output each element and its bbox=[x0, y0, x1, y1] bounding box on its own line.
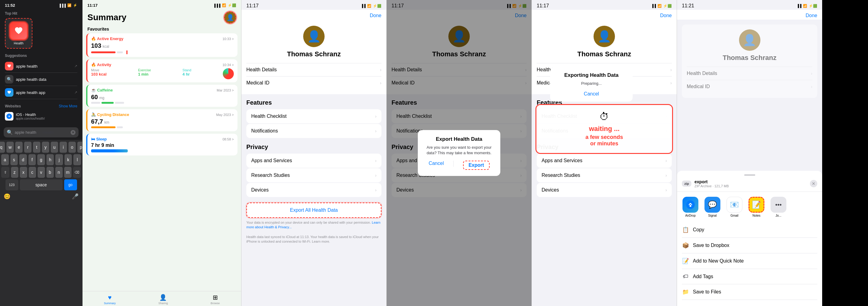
apps-services-3[interactable]: Apps and Services › bbox=[246, 154, 381, 168]
modal-export-4[interactable]: Export bbox=[463, 161, 490, 170]
status-bar-2: 11:17 ▐▐▐ 📶 ⚡🟩 bbox=[83, 0, 241, 9]
key-space[interactable]: space bbox=[20, 179, 63, 190]
chevron-checklist-3: › bbox=[375, 114, 376, 119]
key-c[interactable]: c bbox=[29, 167, 36, 178]
nav-summary[interactable]: ♥ Summary bbox=[104, 294, 116, 305]
key-h[interactable]: h bbox=[46, 154, 54, 165]
notifications-3[interactable]: Notifications › bbox=[246, 124, 381, 138]
show-more-btn[interactable]: Show More bbox=[59, 104, 77, 108]
share-handle bbox=[744, 174, 755, 176]
key-w[interactable]: w bbox=[6, 142, 14, 153]
key-a[interactable]: a bbox=[1, 154, 9, 165]
done-btn-5[interactable]: Done bbox=[660, 13, 672, 18]
key-i[interactable]: i bbox=[60, 142, 67, 153]
medical-id-6: Medical ID › bbox=[687, 80, 812, 93]
key-k[interactable]: k bbox=[64, 154, 72, 165]
key-x[interactable]: x bbox=[20, 167, 27, 178]
research-studies-3[interactable]: Research Studies › bbox=[246, 168, 381, 183]
nav-sharing[interactable]: 👤 Sharing bbox=[158, 294, 168, 305]
dropbox-text: Save to Dropbox bbox=[693, 243, 729, 248]
mic-icon[interactable]: 🎤 bbox=[72, 193, 79, 200]
sug-text-2: apple health app bbox=[16, 90, 45, 95]
health-checklist-3[interactable]: Health Checklist › bbox=[246, 109, 381, 123]
clear-search-btn[interactable]: ✕ bbox=[71, 130, 75, 135]
devices-3[interactable]: Devices › bbox=[246, 183, 381, 197]
share-app-gmail[interactable]: 📧 Gmail bbox=[726, 197, 743, 217]
health-card-activity[interactable]: 🔥 Activity 10:34 > Move 103 kcal Exercis… bbox=[86, 59, 238, 82]
copy-action[interactable]: 📋 Copy bbox=[682, 222, 817, 238]
profile-avatar-2[interactable]: 👤 bbox=[224, 11, 236, 24]
key-l[interactable]: l bbox=[73, 154, 81, 165]
key-go[interactable]: go bbox=[64, 179, 77, 190]
signal-icon: 💬 bbox=[705, 197, 720, 213]
key-u[interactable]: u bbox=[51, 142, 58, 153]
keyboard: q w e r t y u i o p a s d f g h j k l ⇧ … bbox=[0, 140, 82, 306]
health-app-icon[interactable] bbox=[9, 22, 28, 40]
emoji-icon[interactable]: 😊 bbox=[4, 193, 10, 200]
share-app-more[interactable]: ••• Jo... bbox=[770, 197, 787, 217]
key-d[interactable]: d bbox=[19, 154, 27, 165]
key-r[interactable]: r bbox=[24, 142, 31, 153]
key-p[interactable]: p bbox=[77, 142, 83, 153]
suggestion-row-0[interactable]: apple health ↗ bbox=[5, 60, 77, 73]
time-1: 11:52 bbox=[5, 3, 15, 8]
research-studies-5[interactable]: Research Studies › bbox=[537, 168, 672, 183]
key-n[interactable]: n bbox=[55, 167, 63, 178]
nav-browse[interactable]: ⊞ Browse bbox=[211, 294, 220, 305]
key-e[interactable]: e bbox=[15, 142, 23, 153]
suggestion-row-1[interactable]: 🔍 apple health data bbox=[5, 73, 77, 86]
key-b[interactable]: b bbox=[46, 167, 54, 178]
bg-profile-6: 👤 Thomas Schranz Health Details › Medica… bbox=[677, 20, 822, 103]
apps-services-5[interactable]: Apps and Services › bbox=[537, 154, 672, 168]
key-shift[interactable]: ⇧ bbox=[1, 167, 9, 178]
summary-header: Summary 👤 bbox=[83, 9, 241, 25]
gmail-label: Gmail bbox=[731, 214, 738, 217]
devices-5[interactable]: Devices › bbox=[537, 183, 672, 197]
chevron-apps-3: › bbox=[375, 158, 376, 163]
search-bar[interactable]: 🔍 apple health — Health ✕ bbox=[4, 127, 79, 137]
key-z[interactable]: z bbox=[11, 167, 18, 178]
privacy-section-3: Privacy Apps and Services › Research Stu… bbox=[242, 143, 386, 202]
save-files-action[interactable]: 📁 Save to Files bbox=[682, 284, 817, 300]
top-hit-card[interactable]: Health bbox=[5, 18, 32, 49]
key-v[interactable]: v bbox=[38, 167, 45, 178]
key-q[interactable]: q bbox=[0, 142, 5, 153]
key-m[interactable]: m bbox=[64, 167, 71, 178]
health-card-caffeine[interactable]: ☕ Caffeine Mar 2023 > 60 mg bbox=[86, 85, 238, 107]
health-card-energy[interactable]: 🔥 Active Energy 10:33 > 103 kcal ▐ bbox=[86, 33, 238, 57]
share-close-btn[interactable]: ✕ bbox=[810, 180, 817, 187]
dropbox-action[interactable]: 📦 Save to Dropbox bbox=[682, 238, 817, 253]
key-g[interactable]: g bbox=[37, 154, 45, 165]
key-o[interactable]: o bbox=[68, 142, 76, 153]
modal-body-4: Are you sure you want to export your dat… bbox=[424, 145, 494, 156]
key-j[interactable]: j bbox=[55, 154, 63, 165]
done-btn-3[interactable]: Done bbox=[370, 13, 381, 18]
health-card-sleep[interactable]: 🛏 Sleep 08:58 > 7 hr 9 min bbox=[86, 134, 238, 156]
export-btn-row-3: Export All Health Data bbox=[242, 202, 386, 218]
favourites-label: Favourites bbox=[83, 25, 241, 32]
sharing-nav-icon: 👤 bbox=[159, 294, 167, 301]
key-y[interactable]: y bbox=[42, 142, 49, 153]
exporting-cancel-5[interactable]: Cancel bbox=[584, 91, 599, 96]
website-row[interactable]: iOS - Health apple.com/ios/health/ bbox=[5, 110, 77, 122]
health-card-cycling[interactable]: 🚴 Cycling Distance May 2023 > 67,7 km bbox=[86, 109, 238, 131]
key-123[interactable]: 123 bbox=[5, 179, 18, 190]
notes-app-icon: 📝 bbox=[748, 197, 765, 213]
done-btn-6[interactable]: Done bbox=[806, 13, 817, 18]
key-f[interactable]: f bbox=[28, 154, 36, 165]
share-app-airdrop[interactable]: AirDrop bbox=[682, 197, 699, 217]
medical-id-item-3[interactable]: Medical ID › bbox=[246, 76, 381, 89]
suggestion-row-2[interactable]: apple health app ↗ bbox=[5, 86, 77, 99]
modal-cancel-4[interactable]: Cancel bbox=[429, 161, 444, 170]
key-s[interactable]: s bbox=[10, 154, 18, 165]
chevron-devices-3: › bbox=[375, 188, 376, 193]
share-app-signal[interactable]: 💬 Signal bbox=[704, 197, 721, 217]
share-actions: 📋 Copy 📦 Save to Dropbox 📝 Add to New Qu… bbox=[677, 222, 822, 300]
key-backspace[interactable]: ⌫ bbox=[73, 167, 81, 178]
add-tags-action[interactable]: 🏷 Add Tags bbox=[682, 269, 817, 284]
quick-note-action[interactable]: 📝 Add to New Quick Note bbox=[682, 253, 817, 269]
share-app-notes[interactable]: 📝 Notes bbox=[748, 197, 765, 217]
health-details-item-3[interactable]: Health Details › bbox=[246, 63, 381, 76]
export-all-btn-3[interactable]: Export All Health Data bbox=[246, 202, 381, 218]
key-t[interactable]: t bbox=[33, 142, 40, 153]
